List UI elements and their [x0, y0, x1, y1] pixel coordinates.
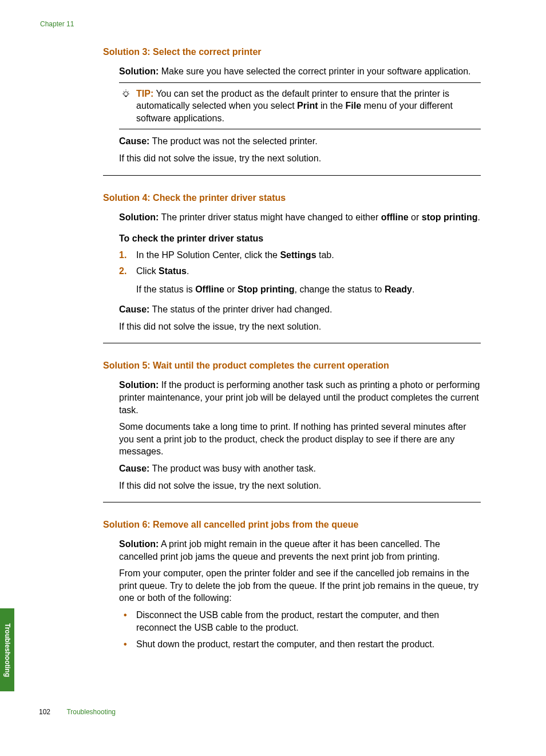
solution-4-heading: Solution 4: Check the printer driver sta…: [103, 193, 481, 203]
solution-6-para2: From your computer, open the printer fol…: [119, 567, 481, 604]
side-tab-label: Troubleshooting: [3, 623, 11, 677]
tip-print-bold: Print: [297, 101, 318, 110]
stop-bold: Stop printing: [238, 284, 295, 294]
solution-4-text: Solution: The printer driver status migh…: [119, 211, 481, 224]
step-text: Click: [136, 266, 159, 276]
solution-3-heading: Solution 3: Select the correct printer: [103, 47, 481, 57]
tip-text: TIP: You can set the product as the defa…: [136, 88, 481, 125]
divider: [103, 175, 481, 176]
tip-segment: in the: [318, 101, 346, 110]
if-not-text: If this did not solve the issue, try the…: [119, 480, 481, 492]
bullet-1: Disconnect the USB cable from the produc…: [119, 609, 481, 635]
steps-list: In the HP Solution Center, click the Set…: [119, 248, 481, 296]
if-not-text: If this did not solve the issue, try the…: [119, 320, 481, 333]
svg-point-0: [124, 92, 128, 96]
solution-body: A print job might remain in the queue af…: [119, 539, 440, 561]
sol-segment: .: [478, 212, 480, 222]
divider: [103, 502, 481, 502]
side-tab: Troubleshooting: [0, 608, 14, 691]
solution-label: Solution:: [119, 212, 159, 222]
sol-segment: or: [409, 212, 422, 222]
settings-bold: Settings: [280, 250, 316, 260]
solution-3-text: Solution: Make sure you have selected th…: [119, 65, 481, 78]
step-1: In the HP Solution Center, click the Set…: [119, 248, 481, 262]
cause-text: Cause: The status of the printer driver …: [119, 303, 481, 316]
cause-label: Cause:: [119, 464, 149, 473]
solution-6-text: Solution: A print job might remain in th…: [119, 538, 481, 563]
bullet-2: Shut down the product, restart the compu…: [119, 638, 481, 651]
svg-line-5: [124, 91, 124, 92]
step-text: In the HP Solution Center, click the: [136, 250, 280, 260]
step-text: , change the status to: [294, 284, 384, 294]
bullet-list: Disconnect the USB cable from the produc…: [119, 609, 481, 651]
cause-body: The status of the printer driver had cha…: [149, 304, 332, 314]
solution-label: Solution:: [119, 380, 159, 390]
tip-box: TIP: You can set the product as the defa…: [119, 82, 481, 130]
page-footer: 102 Troubleshooting: [39, 708, 116, 716]
footer-title: Troubleshooting: [66, 708, 116, 716]
ready-bold: Ready: [385, 284, 412, 294]
cause-body: The product was not the selected printer…: [149, 136, 317, 146]
solution-label: Solution:: [119, 539, 159, 549]
cause-text: Cause: The product was not the selected …: [119, 135, 481, 148]
cause-body: The product was busy with another task.: [149, 464, 316, 473]
offline-bold: Offline: [195, 284, 224, 294]
step-text: .: [187, 266, 189, 276]
solution-6-heading: Solution 6: Remove all cancelled print j…: [103, 520, 481, 530]
page-number: 102: [39, 708, 50, 716]
page-content: Solution 3: Select the correct printer S…: [103, 47, 481, 654]
solution-5-para2: Some documents take a long time to print…: [119, 421, 481, 458]
tip-label: TIP:: [136, 89, 153, 98]
step-2: Click Status. If the status is Offline o…: [119, 264, 481, 296]
if-not-text: If this did not solve the issue, try the…: [119, 152, 481, 165]
step-text: or: [224, 284, 238, 294]
offline-bold: offline: [381, 212, 409, 222]
divider: [103, 343, 481, 343]
svg-line-6: [128, 91, 128, 92]
solution-body: Make sure you have selected the correct …: [159, 66, 470, 76]
solution-5-text: Solution: If the product is performing a…: [119, 379, 481, 416]
cause-label: Cause:: [119, 136, 149, 146]
solution-label: Solution:: [119, 66, 159, 76]
status-bold: Status: [159, 266, 187, 276]
check-driver-subhead: To check the printer driver status: [119, 233, 481, 244]
solution-body: If the product is performing another tas…: [119, 380, 480, 414]
chapter-label: Chapter 11: [40, 20, 74, 28]
cause-label: Cause:: [119, 304, 149, 314]
solution-5-heading: Solution 5: Wait until the product compl…: [103, 361, 481, 371]
step-text: If the status is: [136, 284, 195, 294]
lightbulb-icon: [119, 88, 133, 99]
cause-text: Cause: The product was busy with another…: [119, 462, 481, 475]
stop-printing-bold: stop printing: [422, 212, 478, 222]
step-text: tab.: [316, 250, 334, 260]
sol-segment: The printer driver status might have cha…: [159, 212, 381, 222]
step-text: .: [412, 284, 414, 294]
tip-file-bold: File: [346, 101, 362, 110]
